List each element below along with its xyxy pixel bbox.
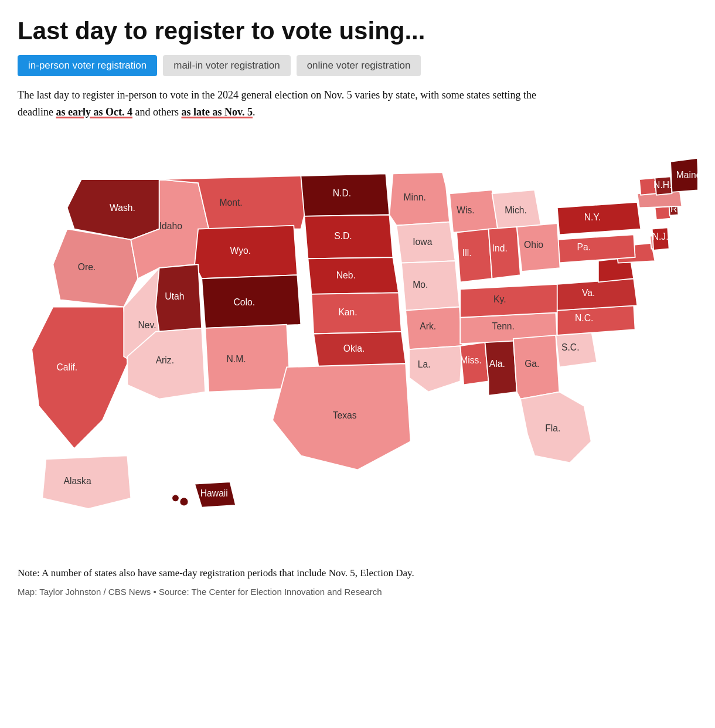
state-connecticut [655, 206, 671, 220]
state-kentucky [460, 284, 559, 318]
svg-point-46 [172, 495, 179, 502]
state-new-hampshire [655, 176, 672, 195]
state-georgia [513, 335, 560, 399]
tab-online[interactable]: online voter registration [297, 55, 421, 76]
state-new-jersey [652, 227, 669, 250]
description-text: The last day to register in-person to vo… [18, 87, 545, 121]
tab-mailin[interactable]: mail-in voter registration [163, 55, 290, 76]
state-oregon [53, 229, 138, 307]
state-virginia [557, 278, 638, 310]
state-california [32, 307, 127, 448]
state-missouri [401, 261, 459, 311]
state-mississippi [460, 342, 488, 385]
state-colorado [202, 275, 301, 328]
state-kansas [311, 292, 401, 334]
page-title: Last day to register to vote using... [18, 18, 697, 45]
state-utah [156, 264, 202, 332]
state-indiana [489, 227, 520, 278]
state-vermont [639, 178, 656, 195]
state-texas [273, 363, 411, 470]
state-alaska [42, 455, 131, 509]
state-north-dakota [301, 174, 389, 216]
svg-point-45 [180, 497, 189, 506]
state-wisconsin [450, 190, 498, 232]
state-hawaii [195, 482, 236, 508]
state-nebraska [308, 257, 399, 294]
state-new-mexico [205, 325, 290, 392]
state-alabama [485, 339, 517, 396]
tab-inperson[interactable]: in-person voter registration [18, 55, 157, 76]
state-minnesota [389, 172, 450, 226]
state-wyoming [195, 225, 297, 278]
tab-group: in-person voter registration mail-in vot… [18, 55, 697, 76]
us-map-container: Wash. Ore. Calif. Idaho Nev. Mont. Wyo. … [18, 131, 697, 553]
note-text: Note: A number of states also have same-… [18, 565, 574, 581]
state-iowa [396, 222, 455, 263]
state-arkansas [406, 307, 462, 349]
state-florida [520, 392, 591, 462]
state-maine [670, 158, 697, 192]
state-louisiana [409, 346, 462, 392]
attribution-text: Map: Taylor Johnston / CBS News • Source… [18, 587, 697, 597]
state-illinois [457, 229, 492, 282]
state-ohio [517, 223, 560, 271]
state-oklahoma [314, 332, 406, 367]
state-south-dakota [304, 215, 393, 258]
state-new-york [557, 202, 641, 235]
